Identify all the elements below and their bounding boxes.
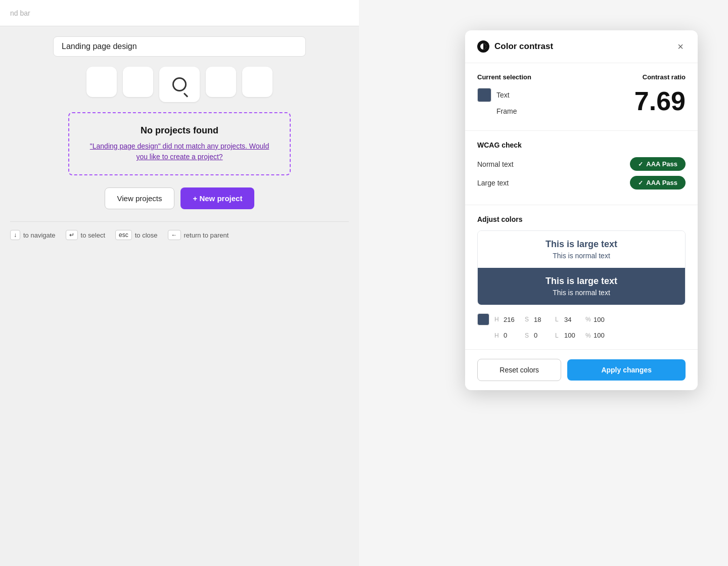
grid-icons <box>86 67 272 102</box>
panel-title-row: Color contrast <box>477 40 553 53</box>
preview-large-text-dark: This is large text <box>486 276 677 287</box>
contrast-ratio-value: 7.69 <box>634 88 686 114</box>
wcag-large-badge-text: AAA Pass <box>646 179 677 186</box>
color-contrast-panel: Color contrast × Current selection Text … <box>465 30 698 390</box>
app-search-area: No projects found "Landing page design" … <box>0 26 359 566</box>
view-projects-button[interactable]: View projects <box>105 187 175 209</box>
topbar-text: nd bar <box>10 9 30 17</box>
keyboard-hints: ↓ to navigate ↵ to select esc to close ←… <box>10 221 349 240</box>
grid-icon-4 <box>242 67 272 97</box>
s-label-1: S <box>525 316 531 323</box>
kbd-hint-select: ↵ to select <box>66 230 105 240</box>
no-projects-description: "Landing page design" did not match any … <box>89 141 269 162</box>
panel-logo-icon <box>477 40 489 53</box>
panel-title: Color contrast <box>494 41 553 52</box>
pct-label-2: % <box>585 332 590 339</box>
l-value-1: 34 <box>564 316 582 323</box>
current-selection-label: Current selection <box>477 73 634 81</box>
hsl-fields-1: H 216 S 18 L 34 % 100 <box>494 316 686 323</box>
grid-icon-2 <box>123 67 153 97</box>
app-background: nd bar No projects found "Landing page d… <box>0 0 359 566</box>
adjust-colors-section: Adjust colors This is large text This is… <box>465 205 698 350</box>
l-label-1: L <box>555 316 561 323</box>
preview-light-bg: This is large text This is normal text <box>478 231 685 268</box>
preview-dark-bg: This is large text This is normal text <box>478 268 685 305</box>
text-label: Text <box>496 91 510 99</box>
grid-icon-1 <box>86 67 117 97</box>
pct-value-1: 100 <box>594 316 609 323</box>
wcag-normal-badge-text: AAA Pass <box>646 160 677 168</box>
wcag-large-text-badge: ✓ AAA Pass <box>630 176 686 190</box>
frame-label: Frame <box>477 107 517 115</box>
kbd-hint-navigate: ↓ to navigate <box>10 230 56 240</box>
preview-large-text-light: This is large text <box>486 239 677 250</box>
check-icon: ✓ <box>638 161 643 168</box>
text-selection-item: Text <box>477 88 634 102</box>
wcag-normal-text-row: Normal text ✓ AAA Pass <box>477 157 686 171</box>
kbd-esc-key: esc <box>115 230 132 240</box>
kbd-down-arrow: ↓ <box>10 230 20 240</box>
text-color-swatch <box>477 88 491 102</box>
search-icon <box>172 77 187 91</box>
contrast-ratio-label: Contrast ratio <box>634 73 686 81</box>
adjust-colors-title: Adjust colors <box>477 215 686 223</box>
wcag-large-text-label: Large text <box>477 179 509 187</box>
selection-column: Current selection Text Frame <box>477 73 634 120</box>
color-input-row-2: H 0 S 0 L 100 % 100 <box>477 332 686 339</box>
h-value-2: 0 <box>504 332 522 339</box>
frame-selection-item: Frame <box>477 107 634 115</box>
preview-normal-text-light: This is normal text <box>486 252 677 260</box>
grid-icon-3 <box>206 67 236 97</box>
selection-section-row: Current selection Text Frame Contrast ra… <box>477 73 686 120</box>
search-input[interactable] <box>53 36 306 57</box>
color-inputs: H 216 S 18 L 34 % 100 H 0 S 0 L <box>477 313 686 339</box>
s-value-1: 18 <box>534 316 552 323</box>
reset-colors-button[interactable]: Reset colors <box>477 359 561 381</box>
close-button[interactable]: × <box>675 39 686 54</box>
wcag-normal-text-label: Normal text <box>477 160 514 168</box>
wcag-section: WCAG check Normal text ✓ AAA Pass Large … <box>465 131 698 205</box>
pct-value-2: 100 <box>594 332 609 339</box>
hsl-fields-2: H 0 S 0 L 100 % 100 <box>494 332 686 339</box>
check-icon-2: ✓ <box>638 179 643 186</box>
no-projects-title: No projects found <box>89 125 269 136</box>
kbd-select-label: to select <box>81 231 105 239</box>
preview-normal-text-dark: This is normal text <box>486 289 677 297</box>
l-value-2: 100 <box>564 332 582 339</box>
wcag-title: WCAG check <box>477 141 686 149</box>
kbd-left-arrow: ← <box>168 230 181 240</box>
no-projects-box: No projects found "Landing page design" … <box>68 112 291 175</box>
current-selection-section: Current selection Text Frame Contrast ra… <box>465 63 698 131</box>
app-topbar: nd bar <box>0 0 359 26</box>
grid-icon-search <box>159 67 200 102</box>
panel-header: Color contrast × <box>465 30 698 63</box>
kbd-enter-key: ↵ <box>66 230 78 240</box>
color-input-row-1: H 216 S 18 L 34 % 100 <box>477 313 686 325</box>
kbd-hint-close: esc to close <box>115 230 158 240</box>
action-buttons: View projects + New project <box>105 187 255 209</box>
s-value-2: 0 <box>534 332 552 339</box>
h-value-1: 216 <box>504 316 522 323</box>
kbd-close-label: to close <box>135 231 158 239</box>
color-swatch-1[interactable] <box>477 313 489 325</box>
l-label-2: L <box>555 332 561 339</box>
kbd-navigate-label: to navigate <box>23 231 56 239</box>
apply-changes-button[interactable]: Apply changes <box>567 359 686 381</box>
pct-label-1: % <box>585 316 590 323</box>
wcag-large-text-row: Large text ✓ AAA Pass <box>477 176 686 190</box>
h-label-1: H <box>494 316 500 323</box>
wcag-normal-text-badge: ✓ AAA Pass <box>630 157 686 171</box>
new-project-button[interactable]: + New project <box>180 187 254 209</box>
h-label-2: H <box>494 332 500 339</box>
contrast-ratio-column: Contrast ratio 7.69 <box>634 73 686 114</box>
kbd-hint-parent: ← return to parent <box>168 230 229 240</box>
kbd-parent-label: return to parent <box>184 231 229 239</box>
panel-footer: Reset colors Apply changes <box>465 350 698 390</box>
s-label-2: S <box>525 332 531 339</box>
color-preview-box: This is large text This is normal text T… <box>477 230 686 305</box>
